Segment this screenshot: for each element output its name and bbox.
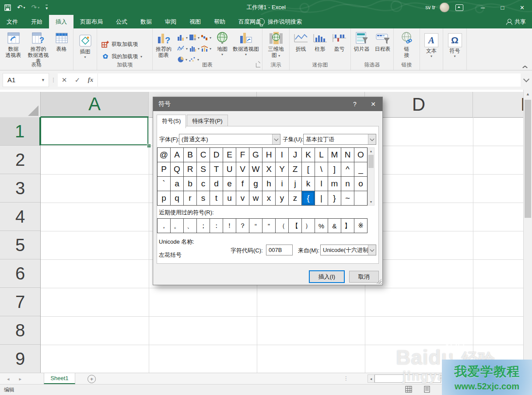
dialog-resize-grip[interactable] <box>376 279 382 284</box>
ribbon-tab-开始[interactable]: 开始 <box>24 15 49 28</box>
formula-bar-splitter-icon[interactable]: ⋮ <box>49 77 58 83</box>
char-cell-][interactable]: ] <box>328 162 341 176</box>
undo-button[interactable]: ↶▾ <box>17 3 25 11</box>
char-cell-F[interactable]: F <box>236 148 249 162</box>
char-cell-X[interactable]: X <box>262 162 275 176</box>
row-header-7[interactable]: 7 <box>0 288 40 316</box>
char-cell-T[interactable]: T <box>210 162 223 176</box>
subset-dropdown-button[interactable] <box>368 134 376 144</box>
name-box[interactable]: A1 ▼ <box>3 73 49 87</box>
character-code-input[interactable] <box>266 245 293 255</box>
row-header-6[interactable]: 6 <box>0 259 40 288</box>
char-cell-V[interactable]: V <box>236 162 249 176</box>
tab-symbols[interactable]: 符号(S) <box>157 115 186 128</box>
char-cell-e[interactable]: e <box>223 177 236 191</box>
user-avatar[interactable] <box>440 3 449 12</box>
page-layout-view-button[interactable] <box>424 386 430 393</box>
char-cell-J[interactable]: J <box>289 148 301 162</box>
insert-column-chart-button[interactable] <box>177 34 185 41</box>
recent-symbol-cell-5[interactable]: ！ <box>223 219 236 233</box>
close-button[interactable]: ✕ <box>512 0 532 15</box>
char-cell-c[interactable]: c <box>197 177 210 191</box>
grid-scroll-up-icon[interactable]: ▲ <box>368 148 374 154</box>
dialog-titlebar[interactable]: 符号 ? ✕ <box>153 97 382 111</box>
horizontal-scroll-thumb[interactable] <box>374 374 441 383</box>
scroll-up-icon[interactable]: ▲ <box>524 90 532 98</box>
column-header-E[interactable]: E <box>473 92 523 117</box>
char-cell-}[interactable]: } <box>328 191 341 205</box>
share-button[interactable]: 共享 <box>506 15 526 28</box>
undo-dropdown-caret[interactable]: ▾ <box>24 6 25 10</box>
row-header-5[interactable]: 5 <box>0 231 40 259</box>
char-cell-h[interactable]: h <box>262 177 275 191</box>
expand-formula-bar-button[interactable] <box>521 73 532 87</box>
char-cell-@[interactable]: @ <box>158 148 170 162</box>
from-combobox[interactable]: Unicode(十六进制) <box>320 245 376 255</box>
char-cell-Q[interactable]: Q <box>171 162 183 176</box>
collapse-ribbon-button[interactable] <box>522 65 527 67</box>
ribbon-tab-数据[interactable]: 数据 <box>134 15 158 28</box>
grid-scroll-thumb[interactable] <box>368 155 374 168</box>
insert-button[interactable]: 插入(I) <box>309 270 345 283</box>
row-header-2[interactable]: 2 <box>0 146 40 174</box>
ribbon-tab-审阅[interactable]: 审阅 <box>158 15 183 28</box>
char-cell-i[interactable]: i <box>276 177 288 191</box>
font-dropdown-button[interactable] <box>272 134 280 144</box>
char-cell-q[interactable]: q <box>171 191 183 205</box>
sheet-nav-right-icon[interactable]: ▸ <box>19 376 22 382</box>
insert-function-button[interactable]: fx <box>84 73 97 87</box>
char-cell-`[interactable]: ` <box>158 177 170 191</box>
char-cell-u[interactable]: u <box>223 191 236 205</box>
recent-symbol-cell-9[interactable]: （ <box>276 219 288 233</box>
char-cell-E[interactable]: E <box>223 148 236 162</box>
char-cell-M[interactable]: M <box>328 148 341 162</box>
char-cell-m[interactable]: m <box>328 177 341 191</box>
name-box-dropdown-caret[interactable]: ▼ <box>41 78 49 82</box>
char-cell-A[interactable]: A <box>171 148 183 162</box>
char-cell-o[interactable]: o <box>354 177 367 191</box>
char-cell-f[interactable]: f <box>236 177 249 191</box>
char-cell-s[interactable]: s <box>197 191 210 205</box>
char-cell-y[interactable]: y <box>276 191 288 205</box>
row-header-4[interactable]: 4 <box>0 203 40 231</box>
recent-symbol-cell-1[interactable]: 。 <box>171 219 183 233</box>
insert-waterfall-chart-button[interactable] <box>201 34 208 41</box>
row-header-9[interactable]: 9 <box>0 345 40 373</box>
cancel-button[interactable]: 取消 <box>349 271 379 283</box>
save-button[interactable] <box>4 4 11 11</box>
get-addins-button[interactable]: 获取加载项 <box>102 38 138 50</box>
char-cell-W[interactable]: W <box>249 162 262 176</box>
char-cell-^[interactable]: ^ <box>341 162 354 176</box>
char-cell-B[interactable]: B <box>184 148 196 162</box>
insert-combo-chart-button[interactable] <box>201 45 208 52</box>
char-cell-v[interactable]: v <box>236 191 249 205</box>
char-cell-D[interactable]: D <box>210 148 223 162</box>
recent-symbol-cell-14[interactable]: 】 <box>341 219 354 233</box>
char-cell-C[interactable]: C <box>197 148 210 162</box>
char-cell-_[interactable]: _ <box>354 162 367 176</box>
ribbon-display-options-icon[interactable] <box>455 4 463 11</box>
subset-combobox[interactable]: 基本拉丁语 <box>303 134 376 145</box>
char-cell-U[interactable]: U <box>223 162 236 176</box>
horizontal-scrollbar[interactable]: ◂ <box>368 374 441 383</box>
ribbon-tab-页面布局[interactable]: 页面布局 <box>74 15 109 28</box>
horizontal-splitter-icon[interactable]: ⋮ <box>343 375 349 381</box>
recent-symbol-cell-11[interactable]: ） <box>302 219 315 233</box>
char-cell-z[interactable]: z <box>289 191 301 205</box>
text-button[interactable]: A 文本 ▾ <box>421 31 441 70</box>
dialog-close-button[interactable]: ✕ <box>364 97 382 111</box>
insert-hierarchy-chart-button[interactable] <box>189 34 196 41</box>
enter-entry-button[interactable]: ✓ <box>71 73 84 87</box>
char-cell-t[interactable]: t <box>210 191 223 205</box>
row-header-3[interactable]: 3 <box>0 174 40 203</box>
char-cell-n[interactable]: n <box>341 177 354 191</box>
ribbon-tab-帮助[interactable]: 帮助 <box>207 15 232 28</box>
recent-symbol-cell-2[interactable]: 、 <box>184 219 196 233</box>
font-combobox[interactable]: (普通文本) <box>179 134 280 145</box>
vertical-scroll-thumb[interactable] <box>525 100 531 218</box>
char-cell-O[interactable]: O <box>354 148 367 162</box>
char-cell-G[interactable]: G <box>249 148 262 162</box>
char-cell-k[interactable]: k <box>302 177 315 191</box>
char-cell-g[interactable]: g <box>249 177 262 191</box>
redo-button[interactable]: ↷▾ <box>32 3 40 11</box>
